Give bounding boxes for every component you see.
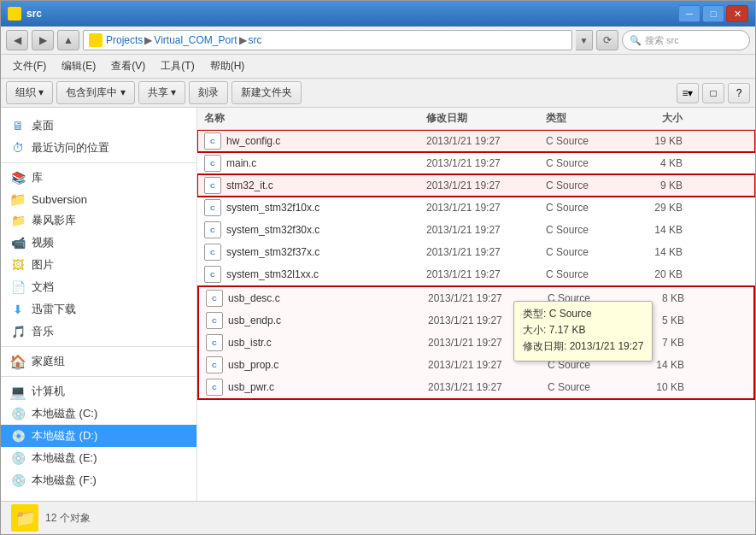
file-name: usb_desc.c — [228, 292, 428, 304]
file-type: C Source — [546, 202, 614, 214]
new-folder-button[interactable]: 新建文件夹 — [231, 81, 302, 104]
desktop-icon: 🖥 — [11, 119, 25, 132]
refresh-button[interactable]: ⟳ — [596, 30, 618, 50]
address-bar-area: ◀ ▶ ▲ Projects ▶ Virtual_COM_Port ▶ src … — [1, 26, 755, 55]
table-row[interactable]: C hw_config.c 2013/1/21 19:27 C Source 1… — [197, 130, 755, 152]
sidebar-label-recent: 最近访问的位置 — [32, 140, 109, 156]
file-date: 2013/1/21 19:27 — [426, 135, 546, 147]
sidebar-item-drive-f[interactable]: 💿 本地磁盘 (F:) — [1, 469, 196, 491]
breadcrumb-projects[interactable]: Projects — [106, 34, 143, 46]
sidebar-label-homegroup: 家庭组 — [32, 354, 65, 369]
sidebar-label-drive-f: 本地磁盘 (F:) — [32, 473, 97, 488]
music-icon: 🎵 — [11, 325, 25, 338]
sidebar-label-desktop: 桌面 — [32, 118, 54, 133]
sidebar-item-pic[interactable]: 🖼 图片 — [1, 254, 196, 276]
help-button[interactable]: ? — [728, 83, 750, 103]
file-date: 2013/1/21 19:27 — [426, 179, 546, 191]
file-date: 2013/1/21 19:27 — [426, 224, 546, 236]
sidebar-item-drive-d[interactable]: 💿 本地磁盘 (D:) — [1, 425, 196, 447]
file-icon: C — [206, 334, 223, 351]
file-date: 2013/1/21 19:27 — [426, 268, 546, 280]
organize-button[interactable]: 组织 ▾ — [6, 81, 53, 104]
sidebar-divider-2 — [1, 346, 196, 347]
table-row[interactable]: C system_stm32f30x.c 2013/1/21 19:27 C S… — [197, 219, 755, 241]
maximize-button[interactable]: □ — [702, 5, 724, 22]
sidebar-item-video[interactable]: 📹 视频 — [1, 232, 196, 254]
file-size: 20 KB — [614, 268, 683, 280]
sidebar-item-doc[interactable]: 📄 文档 — [1, 276, 196, 298]
forward-button[interactable]: ▶ — [32, 30, 54, 50]
col-header-size[interactable]: 大小 — [614, 111, 683, 126]
table-row[interactable]: C usb_istr.c 2013/1/21 19:27 C Source 7 … — [197, 332, 755, 354]
share-button[interactable]: 共享 ▾ — [138, 81, 185, 104]
preview-button[interactable]: □ — [702, 83, 724, 103]
address-dropdown-button[interactable]: ▼ — [576, 30, 593, 50]
menu-view[interactable]: 查看(V) — [104, 56, 152, 76]
sidebar-item-drive-e[interactable]: 💿 本地磁盘 (E:) — [1, 447, 196, 469]
sidebar-label-computer: 计算机 — [32, 384, 65, 399]
tooltip-type-value: C Source — [549, 308, 592, 320]
view-change-button[interactable]: ≡▾ — [677, 83, 699, 103]
file-type: C Source — [546, 268, 614, 280]
table-row[interactable]: C stm32_it.c 2013/1/21 19:27 C Source 9 … — [197, 174, 755, 197]
include-button[interactable]: 包含到库中 ▾ — [56, 81, 134, 104]
table-row[interactable]: C usb_pwr.c 2013/1/21 19:27 C Source 10 … — [197, 376, 755, 400]
address-folder-icon — [89, 33, 103, 47]
drive-d-icon: 💿 — [11, 429, 25, 443]
sidebar-item-storm[interactable]: 📁 暴风影库 — [1, 209, 196, 232]
recent-icon: ⏱ — [11, 141, 25, 155]
table-row[interactable]: C system_stm32l1xx.c 2013/1/21 19:27 C S… — [197, 263, 755, 285]
status-count: 12 个对象 — [45, 511, 91, 526]
minimize-button[interactable]: ─ — [678, 5, 700, 22]
table-row[interactable]: C usb_endp.c 2013/1/21 19:27 C Source 5 … — [197, 309, 755, 332]
sidebar-label-drive-d: 本地磁盘 (D:) — [32, 428, 97, 444]
file-name: system_stm32l1xx.c — [226, 268, 426, 280]
table-row[interactable]: C usb_desc.c 2013/1/21 19:27 C Source 8 … — [197, 285, 755, 309]
sidebar-item-music[interactable]: 🎵 音乐 — [1, 320, 196, 343]
file-name: system_stm32f30x.c — [226, 224, 426, 236]
tooltip-type-label: 类型: — [523, 308, 546, 320]
file-size: 29 KB — [614, 202, 683, 214]
sidebar-item-subversion[interactable]: 📁 Subversion — [1, 189, 196, 209]
homegroup-icon: 🏠 — [11, 355, 25, 368]
breadcrumb-src[interactable]: src — [249, 34, 262, 46]
sidebar-item-drive-c[interactable]: 💿 本地磁盘 (C:) — [1, 403, 196, 425]
back-button[interactable]: ◀ — [6, 30, 28, 50]
menu-file[interactable]: 文件(F) — [6, 56, 53, 76]
menu-help[interactable]: 帮助(H) — [203, 56, 252, 76]
col-header-name[interactable]: 名称 — [204, 111, 426, 126]
table-row[interactable]: C system_stm32f37x.c 2013/1/21 19:27 C S… — [197, 241, 755, 263]
sidebar-item-dl[interactable]: ⬇ 迅雷下载 — [1, 298, 196, 320]
file-name: system_stm32f37x.c — [226, 246, 426, 258]
file-icon: C — [206, 290, 223, 307]
breadcrumb-virtualcomport[interactable]: Virtual_COM_Port — [154, 34, 237, 46]
menu-edit[interactable]: 编辑(E) — [55, 56, 103, 76]
table-row[interactable]: C system_stm32f10x.c 2013/1/21 19:27 C S… — [197, 197, 755, 219]
file-icon: C — [206, 379, 223, 396]
address-box[interactable]: Projects ▶ Virtual_COM_Port ▶ src — [83, 30, 572, 50]
burn-button[interactable]: 刻录 — [189, 81, 228, 104]
drive-f-icon: 💿 — [11, 473, 25, 487]
table-row[interactable]: C usb_prop.c 2013/1/21 19:27 C Source 14… — [197, 354, 755, 376]
sidebar-item-homegroup[interactable]: 🏠 家庭组 — [1, 350, 196, 373]
search-icon: 🔍 — [630, 35, 642, 46]
file-type: C Source — [546, 179, 614, 191]
drive-c-icon: 💿 — [11, 407, 25, 420]
file-type: C Source — [548, 381, 616, 393]
file-size: 4 KB — [614, 157, 683, 169]
up-button[interactable]: ▲ — [57, 30, 79, 50]
file-icon: C — [204, 132, 221, 150]
col-header-date[interactable]: 修改日期 — [426, 111, 546, 126]
file-name: main.c — [226, 157, 426, 169]
menu-tools[interactable]: 工具(T) — [154, 56, 201, 76]
sidebar-item-recent[interactable]: ⏱ 最近访问的位置 — [1, 137, 196, 159]
close-button[interactable]: ✕ — [726, 5, 748, 22]
file-icon: C — [204, 199, 221, 216]
sidebar-item-lib[interactable]: 📚 库 — [1, 167, 196, 189]
col-header-type[interactable]: 类型 — [546, 111, 614, 126]
table-row[interactable]: C main.c 2013/1/21 19:27 C Source 4 KB — [197, 152, 755, 174]
sidebar-item-desktop[interactable]: 🖥 桌面 — [1, 115, 196, 137]
search-box[interactable]: 🔍 搜索 src — [622, 30, 750, 50]
storm-icon: 📁 — [11, 214, 25, 227]
sidebar-item-computer[interactable]: 💻 计算机 — [1, 380, 196, 403]
